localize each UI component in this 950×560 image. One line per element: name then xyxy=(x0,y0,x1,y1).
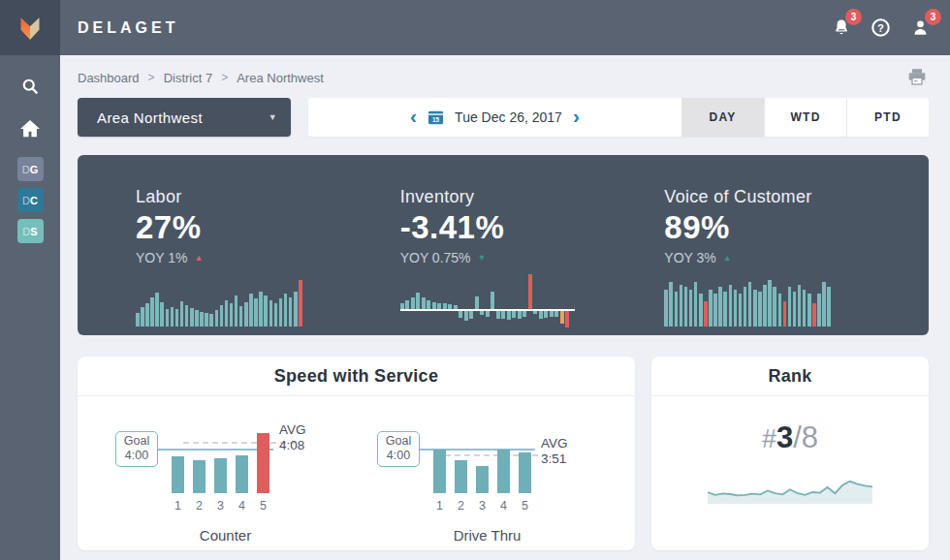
kpi-labor[interactable]: Labor27%YOY 1%▲ xyxy=(136,187,400,335)
avatar-letter: D xyxy=(22,226,30,237)
store-bar xyxy=(214,458,227,493)
tab-wtd[interactable]: WTD xyxy=(764,98,846,137)
kpi-yoy-label: YOY 1% xyxy=(136,250,187,265)
spark-bar xyxy=(215,310,219,327)
kpi-value: -3.41% xyxy=(400,209,665,246)
x-axis-labels: 12345 xyxy=(433,499,531,513)
avatar-letter: S xyxy=(30,226,37,237)
store-bar xyxy=(476,466,489,493)
spark-bar xyxy=(699,294,703,327)
spark-bar xyxy=(803,290,807,327)
spark-bar xyxy=(239,306,243,327)
spark-bar xyxy=(817,294,821,327)
region-selector-value: Area Northwest xyxy=(97,109,203,126)
spark-bar xyxy=(259,292,263,327)
store-bar xyxy=(519,452,531,493)
spark-bar xyxy=(664,290,668,327)
spark-bar xyxy=(171,307,174,327)
help-button[interactable]: ? xyxy=(869,16,893,40)
sidebar-avatar-list: DGDCDS xyxy=(17,157,44,250)
spark-bar xyxy=(539,311,543,319)
spark-bar xyxy=(496,311,500,319)
fox-logo-icon xyxy=(12,12,48,45)
spark-bar xyxy=(274,303,278,327)
tab-ptd[interactable]: PTD xyxy=(846,98,929,137)
svg-text:?: ? xyxy=(877,22,884,34)
goal-text: Goal xyxy=(116,434,157,450)
x-label: 5 xyxy=(257,499,269,513)
spark-bar xyxy=(680,285,683,327)
rank-card-title: Rank xyxy=(651,357,929,396)
calendar-icon: 15 xyxy=(428,109,444,125)
spark-bar xyxy=(783,301,787,327)
sidebar-avatar-ds[interactable]: DS xyxy=(17,219,44,243)
date-value[interactable]: Tue Dec 26, 2017 xyxy=(455,109,562,125)
x-label: 3 xyxy=(476,499,489,513)
kpi-sparkline-baseline xyxy=(400,274,571,327)
home-button[interactable] xyxy=(14,114,47,143)
prev-day-button[interactable]: ‹ xyxy=(410,106,417,129)
rank-total: /8 xyxy=(793,420,818,455)
sidebar-avatar-dc[interactable]: DC xyxy=(17,188,44,212)
spark-bar xyxy=(459,311,462,318)
profile-button[interactable]: 3 xyxy=(908,16,933,40)
spark-bar xyxy=(427,300,430,309)
kpi-value: 27% xyxy=(136,209,400,246)
breadcrumb-separator: > xyxy=(221,71,228,84)
print-button[interactable] xyxy=(907,68,929,87)
breadcrumb-item[interactable]: Dashboard xyxy=(78,71,140,85)
spark-bar xyxy=(507,311,511,320)
calendar-button[interactable]: 15 xyxy=(428,109,444,125)
avatar-letter: C xyxy=(30,195,38,206)
search-button[interactable] xyxy=(14,72,47,101)
trend-up-icon: ▲ xyxy=(723,254,732,263)
breadcrumb-item: Area Northwest xyxy=(237,71,324,85)
spark-bar xyxy=(748,282,752,327)
spark-bar xyxy=(469,311,473,319)
chevron-down-icon: ▼ xyxy=(269,112,277,122)
store-bar xyxy=(257,433,269,493)
delaget-logo[interactable] xyxy=(0,0,60,55)
store-bar xyxy=(236,455,248,493)
spark-bar xyxy=(808,294,811,327)
cards-row: Speed with Service Goal4:00AVG4:0812345C… xyxy=(78,357,929,550)
spark-bar xyxy=(763,285,767,327)
breadcrumb-item[interactable]: District 7 xyxy=(164,71,213,85)
sidebar-avatar-dg[interactable]: DG xyxy=(17,157,44,181)
spark-bar xyxy=(220,305,224,327)
spark-bar xyxy=(166,309,170,327)
spark-bar xyxy=(254,298,258,327)
kpi-sparkline xyxy=(664,274,929,327)
profile-badge: 3 xyxy=(925,9,941,25)
spark-bar xyxy=(729,285,733,327)
spark-bar xyxy=(190,308,194,327)
kpi-voice-of-customer[interactable]: Voice of Customer89%YOY 3%▲ xyxy=(664,187,929,335)
speed-charts: Goal4:00AVG4:0812345CounterGoal4:00AVG3:… xyxy=(78,396,635,544)
spark-bar xyxy=(294,292,298,327)
spark-bar xyxy=(554,311,558,317)
store-bar xyxy=(455,460,467,493)
period-tabs: DAYWTDPTD xyxy=(681,98,929,137)
breadcrumb-separator: > xyxy=(148,71,155,84)
spark-bar xyxy=(533,311,537,314)
spark-bar xyxy=(723,292,727,327)
kpi-yoy: YOY 1%▲ xyxy=(136,250,400,265)
brand-title: DELAGET xyxy=(78,19,178,37)
spark-bar xyxy=(432,302,436,309)
next-day-button[interactable]: › xyxy=(573,106,580,129)
x-label: 4 xyxy=(497,499,510,513)
spark-bar xyxy=(501,311,505,319)
mini-chart-counter: Goal4:00AVG4:0812345Counter xyxy=(111,414,339,544)
spark-bar xyxy=(669,282,673,327)
tab-day[interactable]: DAY xyxy=(681,98,764,137)
search-icon xyxy=(20,77,40,96)
spark-bar xyxy=(230,303,234,327)
speed-with-service-card: Speed with Service Goal4:00AVG4:0812345C… xyxy=(78,357,635,550)
speed-card-title: Speed with Service xyxy=(78,357,635,396)
region-selector[interactable]: Area Northwest ▼ xyxy=(78,98,291,137)
notifications-button[interactable]: 3 xyxy=(829,16,853,40)
kpi-inventory[interactable]: Inventory-3.41%YOY 0.75%▼ xyxy=(400,187,665,335)
spark-bar xyxy=(689,290,693,327)
notifications-badge: 3 xyxy=(845,9,862,25)
date-toolbar: ‹ 15 Tue Dec 26, 2017 › DAYWTDPTD xyxy=(308,98,929,137)
